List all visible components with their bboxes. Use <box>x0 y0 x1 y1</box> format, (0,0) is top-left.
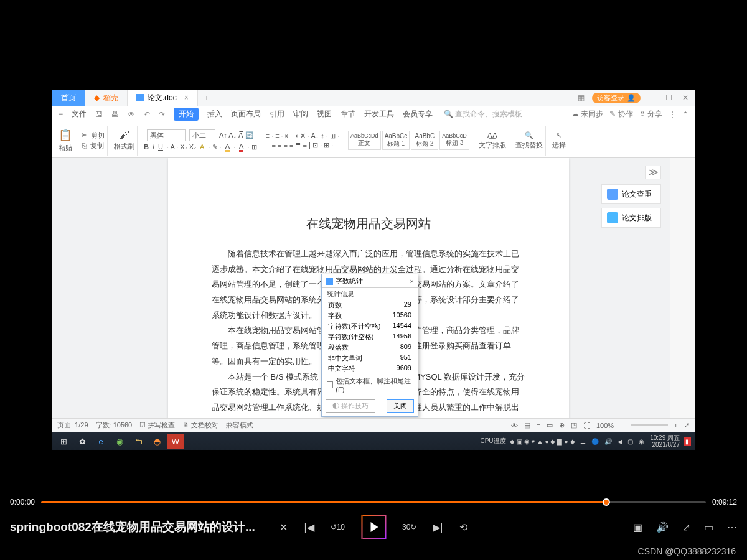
document-canvas: 在线宠物用品交易网站 随着信息技术在管理上越来越深入而广泛的应用，管理信息系统的… <box>52 158 695 418</box>
include-textbox-checkbox[interactable] <box>327 381 333 388</box>
menu-ref[interactable]: 引用 <box>270 109 284 119</box>
wps-task-icon[interactable]: W <box>167 434 184 449</box>
view-page-icon[interactable]: ▤ <box>524 421 530 429</box>
paper-layout-card[interactable]: 论文排版 <box>601 208 661 228</box>
menu-view[interactable]: 视图 <box>317 109 332 119</box>
minimize-button[interactable]: — <box>646 93 658 102</box>
new-tab-button[interactable]: ＋ <box>198 90 215 106</box>
tips-button[interactable]: ◐ 操作技巧 <box>326 399 375 413</box>
sync-status[interactable]: ☁ 未同步 <box>571 109 603 119</box>
loop-icon[interactable]: ⟲ <box>459 521 467 533</box>
undo-icon[interactable]: ↶ <box>144 110 150 119</box>
collapse-icon[interactable]: ≫ <box>645 166 661 179</box>
select-button[interactable]: 选择 <box>552 141 566 150</box>
cut-button[interactable]: 剪切 <box>91 131 105 140</box>
shuffle-icon[interactable]: ✕ <box>280 521 288 533</box>
menu-file[interactable]: 文件 <box>72 109 87 119</box>
tab-home[interactable]: 首页 <box>52 90 85 106</box>
menu-layout[interactable]: 页面布局 <box>231 109 261 119</box>
tray-icons[interactable]: ◆▣◉♥▲●◆▇●◆ ⚊ 🔵 🔊 ◀ ▢ ◉ <box>510 438 647 445</box>
menu-vip[interactable]: 会员专享 <box>403 109 433 119</box>
menu-review[interactable]: 审阅 <box>293 109 308 119</box>
view-focus-icon[interactable]: ◳ <box>571 421 577 429</box>
format-painter[interactable]: 格式刷 <box>114 142 134 151</box>
rewind-icon[interactable]: ↺10 <box>331 523 345 531</box>
forward-icon[interactable]: 30↻ <box>402 523 416 531</box>
word-count[interactable]: 字数: 10560 <box>96 421 133 430</box>
cpu-temp[interactable]: CPU温度 <box>480 437 505 446</box>
progress-bar[interactable] <box>41 501 706 503</box>
save-icon[interactable]: 🖫 <box>95 110 103 119</box>
clock[interactable]: 10:29 周五2021/8/27 <box>650 434 680 448</box>
close-tab-icon[interactable]: × <box>184 93 189 102</box>
ribbon: 📋粘贴 ✂剪切⎘复制 🖌格式刷 黑体小二A↑ A↓ A̅ 🔄 B I U · A… <box>52 123 695 158</box>
share-button[interactable]: ⇪ 分享 <box>639 109 662 119</box>
collapse-ribbon-icon[interactable]: ⌃ <box>682 110 688 119</box>
spell-check[interactable]: ☑ 拼写检查 <box>139 421 175 430</box>
copy-button[interactable]: 复制 <box>90 141 104 151</box>
style-h3[interactable]: AaBbCcD标题 3 <box>439 131 469 150</box>
zoom-out[interactable]: − <box>620 422 624 429</box>
menu-chapter[interactable]: 章节 <box>341 109 355 119</box>
print-icon[interactable]: 🖶 <box>111 110 119 119</box>
browser-icon[interactable]: ◉ <box>111 434 128 449</box>
ie-icon[interactable]: e <box>92 434 110 449</box>
style-h1[interactable]: AaBbCc标题 1 <box>382 131 410 150</box>
font-size[interactable]: 小二 <box>189 129 215 141</box>
view-read-icon[interactable]: ▭ <box>547 421 553 429</box>
volume-icon[interactable]: 🔊 <box>656 521 669 533</box>
zoom-fit-icon[interactable]: ⛶ <box>583 422 590 429</box>
theater-icon[interactable]: ▭ <box>704 521 713 533</box>
text-layout[interactable]: 文字排版 <box>479 141 506 150</box>
explorer-icon[interactable]: 🗀 <box>129 434 147 449</box>
zoom-value[interactable]: 100% <box>596 422 614 429</box>
paper-check-card[interactable]: 论文查重 <box>601 184 661 204</box>
find-replace[interactable]: 查找替换 <box>515 141 543 150</box>
login-button[interactable]: 访客登录👤 <box>592 93 641 103</box>
view-web-icon[interactable]: ⊕ <box>559 421 565 429</box>
fullscreen-player-icon[interactable]: ⤢ <box>682 521 690 533</box>
play-button[interactable] <box>361 515 386 539</box>
paste-button[interactable]: 粘贴 <box>59 143 72 152</box>
zoom-slider[interactable] <box>631 424 668 426</box>
windows-taskbar: ⊞ ✿ e ◉ 🗀 ◓ W CPU温度 ◆▣◉♥▲●◆▇●◆ ⚊ 🔵 🔊 ◀ ▢… <box>52 432 695 450</box>
close-window-button[interactable]: ✕ <box>680 93 691 102</box>
menu-bar: ≡ 文件 🖫 🖶 👁 ↶ ↷ 开始 插入 页面布局 引用 审阅 视图 章节 开发… <box>52 106 695 123</box>
page-indicator[interactable]: 页面: 1/29 <box>57 421 88 430</box>
zoom-in[interactable]: + <box>674 422 678 429</box>
view-outline-icon[interactable]: ≡ <box>537 422 540 429</box>
style-body[interactable]: AaBbCcDd正文 <box>348 131 381 150</box>
more-icon[interactable]: ⋮ <box>669 110 676 119</box>
menu-icon[interactable]: ≡ <box>59 110 63 119</box>
redo-icon[interactable]: ↷ <box>159 110 165 119</box>
proof-read[interactable]: 🗎 文档校对 <box>182 421 218 430</box>
progress-thumb[interactable] <box>603 498 610 506</box>
maximize-button[interactable]: ☐ <box>663 93 675 102</box>
dialog-title: 字数统计 <box>336 276 363 286</box>
menu-dev[interactable]: 开发工具 <box>364 109 394 119</box>
time-current: 0:00:00 <box>10 498 35 506</box>
prev-icon[interactable]: |◀ <box>304 521 314 533</box>
app-icon[interactable]: ◓ <box>148 434 166 449</box>
dialog-close-icon[interactable]: × <box>410 278 414 285</box>
coop-button[interactable]: ✎ 协作 <box>609 109 632 119</box>
view-eye-icon[interactable]: 👁 <box>511 422 518 429</box>
notif-icon[interactable]: ▮ <box>684 437 691 446</box>
pip-icon[interactable]: ▣ <box>633 521 642 533</box>
style-h2[interactable]: AaBbC标题 2 <box>411 131 438 150</box>
fullscreen-icon[interactable]: ⤢ <box>684 421 690 429</box>
close-button[interactable]: 关闭 <box>387 399 414 413</box>
font-name[interactable]: 黑体 <box>147 129 186 141</box>
task-app-1[interactable]: ✿ <box>73 434 91 449</box>
right-sidebar[interactable] <box>670 158 695 418</box>
tab-daoke[interactable]: ◆稻壳 <box>85 90 128 106</box>
grid-icon[interactable]: ▦ <box>575 93 587 102</box>
tab-document[interactable]: 论文.doc× <box>128 90 198 106</box>
more-player-icon[interactable]: ⋯ <box>727 521 737 533</box>
preview-icon[interactable]: 👁 <box>128 110 135 119</box>
next-icon[interactable]: ▶| <box>433 521 443 533</box>
menu-start[interactable]: 开始 <box>174 108 199 121</box>
command-search[interactable]: 🔍 查找命令、搜索模板 <box>444 109 522 119</box>
menu-insert[interactable]: 插入 <box>207 109 222 119</box>
start-button[interactable]: ⊞ <box>55 434 72 449</box>
